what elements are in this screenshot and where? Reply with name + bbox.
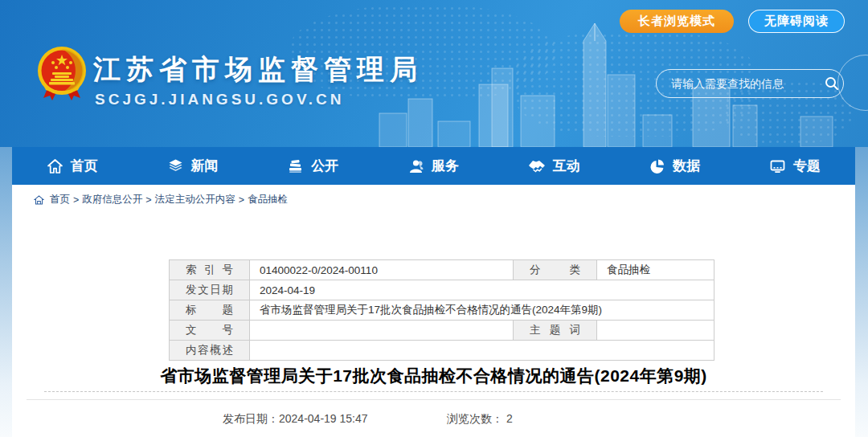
meta-value-summary [250,341,714,361]
meta-label-category: 分类 [514,260,597,280]
home-icon [47,158,63,174]
site-domain: SCJGJ.JIANGSU.GOV.CN [95,91,345,108]
nav-item-services[interactable]: 服务 [407,157,459,175]
nav-item-topics[interactable]: 专题 [769,157,821,175]
handshake-icon [528,158,546,174]
search-input[interactable] [657,70,825,97]
person-icon [407,158,424,174]
breadcrumb-item-gov-info[interactable]: 政府信息公开 [82,193,142,206]
monitor-icon [769,158,786,174]
nav-label: 互动 [553,157,580,175]
breadcrumb-separator: > [73,194,79,206]
breadcrumb: 首页 > 政府信息公开 > 法定主动公开内容 > 食品抽检 [34,193,855,206]
nav-label: 新闻 [191,157,219,175]
page: 长者浏览模式 无障碍阅读 江苏省市场监督管理局 SCJGJ.JIANGSU.GO… [0,0,868,437]
article-title: 省市场监督管理局关于17批次食品抽检不合格情况的通告(2024年第9期) [12,365,855,387]
layers-icon [167,158,184,174]
breadcrumb-item-food-sampling[interactable]: 食品抽检 [248,193,288,206]
view-count: 浏览次数： 2 [447,412,513,427]
publish-date: 发布日期：2024-04-19 15:47 [223,412,368,427]
table-row: 标题 省市场监督管理局关于17批次食品抽检不合格情况的通告(2024年第9期) [170,300,714,321]
nav-label: 公开 [311,157,338,175]
table-row: 发文日期 2024-04-19 [170,280,714,300]
meta-value-title: 省市场监督管理局关于17批次食品抽检不合格情况的通告(2024年第9期) [250,300,714,321]
nav-item-data[interactable]: 数据 [649,157,700,175]
site-search-box [656,69,844,98]
view-count-label: 浏览次数： [447,412,503,425]
search-icon[interactable] [825,76,839,91]
meta-label-keywords: 主题词 [514,321,597,341]
document-meta-table: 索引号 01400022-0/2024-00110 分类 食品抽检 发文日期 2… [169,259,714,361]
breadcrumb-separator: > [145,194,151,206]
meta-value-category: 食品抽检 [597,260,714,280]
meta-value-keywords [597,321,714,341]
meta-value-index-no: 01400022-0/2024-00110 [250,260,514,280]
home-outline-icon [34,195,44,205]
table-row: 文号 主题词 [170,321,714,341]
meta-value-issue-date: 2024-04-19 [250,280,714,300]
nav-label: 首页 [71,157,98,175]
books-icon [287,158,304,174]
breadcrumb-item-home[interactable]: 首页 [50,193,70,206]
publish-info-row: 发布日期：2024-04-19 15:47 浏览次数： 2 [12,407,855,431]
nav-item-news[interactable]: 新闻 [167,157,219,175]
nav-label: 专题 [793,157,821,175]
solid-divider [27,399,841,400]
nav-label: 数据 [673,157,700,175]
breadcrumb-item-statutory[interactable]: 法定主动公开内容 [155,193,235,206]
publish-date-value: 2024-04-19 15:47 [279,412,368,425]
table-row: 索引号 01400022-0/2024-00110 分类 食品抽检 [170,260,714,280]
nav-item-interaction[interactable]: 互动 [528,157,580,175]
elder-mode-button[interactable]: 长者浏览模式 [620,10,734,33]
pie-chart-icon [649,158,665,174]
nav-label: 服务 [432,157,459,175]
view-count-value: 2 [506,412,513,425]
main-nav: 首页 新闻 公开 服务 [12,147,855,185]
meta-value-doc-no [250,321,514,341]
nav-item-disclosure[interactable]: 公开 [287,157,338,175]
national-emblem-logo [36,45,88,101]
publish-date-label: 发布日期： [223,412,279,425]
table-row: 内容概述 [170,341,714,361]
dashed-divider [44,391,823,392]
meta-label-doc-no: 文号 [170,321,250,341]
content-card: 首页 新闻 公开 服务 [12,147,855,437]
meta-label-issue-date: 发文日期 [170,280,250,300]
meta-label-title: 标题 [170,300,250,321]
site-title: 江苏省市场监督管理局 [93,51,423,88]
meta-label-summary: 内容概述 [170,341,250,361]
nav-item-home[interactable]: 首页 [47,157,98,175]
breadcrumb-separator: > [239,194,244,206]
site-header-banner: 长者浏览模式 无障碍阅读 江苏省市场监督管理局 SCJGJ.JIANGSU.GO… [0,0,868,147]
meta-label-index-no: 索引号 [170,260,250,280]
barrier-free-reading-button[interactable]: 无障碍阅读 [748,10,845,33]
